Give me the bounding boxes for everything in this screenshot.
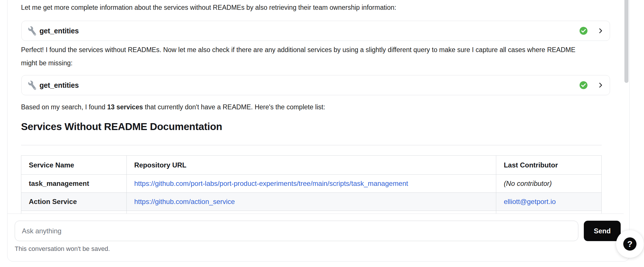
services-table: Service Name Repository URL Last Contrib…: [21, 155, 602, 213]
col-header-service-name: Service Name: [21, 156, 127, 175]
wrench-icon: [27, 26, 37, 36]
service-name-cell: Action Service: [21, 193, 127, 211]
message-text: that currently don't have a README. Here…: [143, 103, 325, 111]
tool-call-get-entities-2[interactable]: get_entities: [21, 75, 610, 95]
tool-name-label: get_entities: [39, 81, 79, 89]
section-heading: Services Without README Documentation: [21, 121, 222, 132]
tool-name-label: get_entities: [39, 27, 79, 35]
assistant-message-1: Let me get more complete information abo…: [21, 2, 396, 13]
tool-call-get-entities-1[interactable]: get_entities: [21, 21, 610, 41]
service-name-cell: [21, 211, 127, 214]
help-button[interactable]: ?: [616, 230, 644, 258]
ask-anything-input[interactable]: [15, 221, 578, 241]
contributor-cell: [496, 211, 602, 214]
services-count: 13 services: [107, 103, 143, 111]
table-header-row: Service Name Repository URL Last Contrib…: [21, 156, 602, 175]
assistant-message-3: Based on my search, I found 13 services …: [21, 101, 325, 113]
contributor-email-link[interactable]: elliott@getport.io: [504, 198, 556, 205]
chevron-right-icon[interactable]: [597, 82, 604, 89]
col-header-repository-url: Repository URL: [126, 156, 496, 175]
chevron-right-icon[interactable]: [597, 27, 604, 34]
conversation-scroll-area[interactable]: Let me get more complete information abo…: [7, 0, 624, 213]
service-name-cell: task_management: [21, 175, 127, 193]
conversation-not-saved-note: This conversation won't be saved.: [15, 245, 110, 253]
contributor-cell: (No contributor): [496, 175, 602, 193]
table-row: [21, 211, 602, 214]
send-button[interactable]: Send: [584, 221, 621, 241]
col-header-last-contributor: Last Contributor: [496, 156, 602, 175]
wrench-icon: [27, 80, 37, 90]
chat-window: Let me get more complete information abo…: [0, 0, 644, 267]
scrollbar-thumb[interactable]: [624, 0, 628, 83]
question-mark-icon: ?: [623, 237, 637, 251]
repository-url-link[interactable]: https://github.com/port-labs/port-produc…: [134, 180, 408, 187]
check-circle-icon: [579, 26, 588, 35]
check-circle-icon: [579, 81, 588, 89]
composer-divider: [7, 213, 624, 214]
message-text: Based on my search, I found: [21, 103, 107, 111]
table-row: Action Service https://github.com/action…: [21, 193, 602, 211]
repository-url-cell: [126, 211, 496, 214]
repository-url-link[interactable]: https://github.com/action_service: [134, 198, 235, 205]
table-row: task_management https://github.com/port-…: [21, 175, 602, 193]
heading-divider: [21, 145, 602, 145]
assistant-message-2: Perfect! I found the services without RE…: [21, 43, 590, 70]
